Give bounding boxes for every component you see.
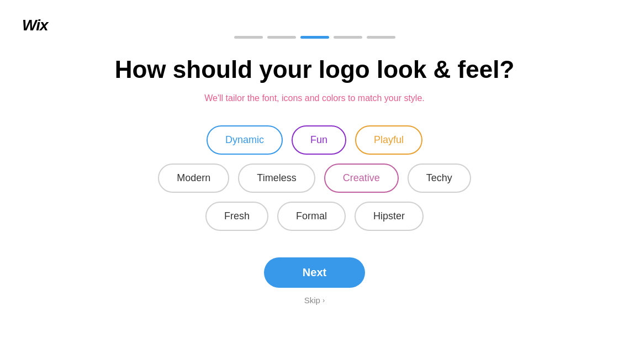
style-chip-dynamic[interactable]: Dynamic: [207, 125, 283, 155]
progress-segment-3: [300, 36, 329, 39]
bottom-section: Next Skip ›: [264, 231, 365, 305]
style-chip-fresh[interactable]: Fresh: [205, 202, 268, 231]
progress-segment-4: [334, 36, 362, 39]
style-chip-fun[interactable]: Fun: [292, 125, 346, 155]
style-chip-timeless[interactable]: Timeless: [238, 163, 315, 193]
style-chip-techy[interactable]: Techy: [408, 163, 471, 193]
page-title: How should your logo look & feel?: [115, 55, 515, 85]
progress-bar: [0, 30, 629, 39]
style-row-2: Modern Timeless Creative Techy: [158, 163, 471, 193]
skip-chevron-icon: ›: [323, 296, 325, 304]
next-button[interactable]: Next: [264, 257, 365, 288]
progress-segment-5: [367, 36, 395, 39]
skip-label: Skip: [304, 296, 320, 305]
main-content: How should your logo look & feel? We'll …: [0, 55, 629, 305]
style-chip-modern[interactable]: Modern: [158, 163, 229, 193]
style-chip-hipster[interactable]: Hipster: [355, 202, 424, 231]
style-chip-formal[interactable]: Formal: [277, 202, 346, 231]
style-options: Dynamic Fun Playful Modern Timeless Crea…: [158, 125, 471, 231]
progress-segment-1: [234, 36, 263, 39]
style-chip-playful[interactable]: Playful: [355, 125, 422, 155]
style-row-1: Dynamic Fun Playful: [207, 125, 422, 155]
page-subtitle: We'll tailor the font, icons and colors …: [204, 93, 425, 103]
style-row-3: Fresh Formal Hipster: [205, 202, 424, 231]
progress-segment-2: [267, 36, 296, 39]
style-chip-creative[interactable]: Creative: [324, 163, 399, 193]
wix-logo: Wix: [22, 17, 48, 34]
skip-link[interactable]: Skip ›: [304, 296, 325, 305]
